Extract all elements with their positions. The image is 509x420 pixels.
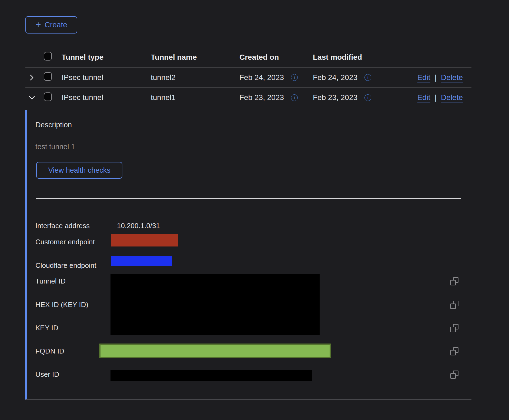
- create-button-label: Create: [45, 21, 67, 29]
- info-icon[interactable]: i: [364, 94, 371, 101]
- description-label: Description: [35, 121, 72, 129]
- tunnel-name-cell: tunnel1: [151, 93, 239, 102]
- customer-endpoint-label: Customer endpoint: [35, 238, 95, 246]
- description-value: test tunnel 1: [35, 143, 75, 151]
- expanded-row-panel: Description test tunnel 1 View health ch…: [25, 110, 471, 400]
- copy-icon[interactable]: [450, 277, 458, 285]
- edit-link[interactable]: Edit: [417, 93, 430, 102]
- collapse-row-button[interactable]: [25, 94, 39, 101]
- created-on-value: Feb 24, 2023: [239, 73, 284, 82]
- tunnels-page: + Create Tunnel type Tunnel name Created…: [0, 0, 509, 400]
- column-header-created-on: Created on: [239, 53, 313, 62]
- column-header-tunnel-name: Tunnel name: [151, 53, 239, 62]
- interface-address-label: Interface address: [35, 222, 90, 230]
- user-id-label: User ID: [35, 370, 59, 378]
- tunnel-type-cell: IPsec tunnel: [62, 93, 151, 102]
- info-icon[interactable]: i: [364, 74, 371, 81]
- last-modified-value: Feb 23, 2023: [313, 93, 357, 102]
- table-row-tunnel2: IPsec tunnel tunnel2 Feb 24, 2023 i Feb …: [25, 68, 471, 88]
- interface-address-value: 10.200.1.0/31: [117, 222, 160, 230]
- column-header-tunnel-type: Tunnel type: [62, 53, 151, 62]
- tunnel-name-cell: tunnel2: [151, 73, 239, 82]
- copy-icon[interactable]: [450, 324, 458, 332]
- key-id-label: KEY ID: [35, 324, 58, 332]
- copy-icon[interactable]: [450, 347, 458, 355]
- cloudflare-endpoint-redaction: [111, 256, 172, 266]
- chevron-right-icon: [28, 74, 35, 81]
- ids-redaction: [110, 274, 320, 335]
- tunnel-id-label: Tunnel ID: [35, 277, 66, 285]
- user-id-redaction: [110, 370, 312, 381]
- hex-id-label: HEX ID (KEY ID): [35, 301, 88, 309]
- action-separator: |: [435, 93, 437, 102]
- table-row-tunnel1: IPsec tunnel tunnel1 Feb 23, 2023 i Feb …: [25, 88, 471, 108]
- created-on-value: Feb 23, 2023: [239, 93, 284, 102]
- chevron-down-icon: [28, 94, 35, 101]
- row-checkbox[interactable]: [44, 92, 52, 101]
- column-header-last-modified: Last modified: [313, 53, 416, 62]
- action-separator: |: [435, 73, 437, 82]
- section-divider: [36, 198, 461, 199]
- info-icon[interactable]: i: [291, 74, 298, 81]
- last-modified-value: Feb 24, 2023: [313, 73, 357, 82]
- delete-link[interactable]: Delete: [441, 93, 463, 102]
- info-icon[interactable]: i: [291, 94, 298, 101]
- cloudflare-endpoint-label: Cloudflare endpoint: [35, 261, 96, 269]
- tunnel-type-cell: IPsec tunnel: [62, 73, 151, 82]
- table-header-row: Tunnel type Tunnel name Created on Last …: [25, 47, 471, 68]
- fqdn-id-redaction: [99, 344, 331, 358]
- customer-endpoint-redaction: [111, 234, 178, 246]
- expand-row-button[interactable]: [25, 74, 39, 81]
- edit-link[interactable]: Edit: [417, 73, 430, 82]
- delete-link[interactable]: Delete: [441, 73, 463, 82]
- view-health-checks-button[interactable]: View health checks: [36, 162, 122, 179]
- copy-icon[interactable]: [450, 301, 458, 309]
- copy-icon[interactable]: [450, 371, 458, 379]
- create-button[interactable]: + Create: [25, 16, 77, 34]
- fqdn-id-label: FQDN ID: [35, 347, 64, 355]
- tunnels-table: Tunnel type Tunnel name Created on Last …: [25, 47, 471, 400]
- select-all-checkbox[interactable]: [44, 52, 52, 61]
- plus-icon: +: [35, 20, 41, 29]
- row-checkbox[interactable]: [44, 72, 52, 81]
